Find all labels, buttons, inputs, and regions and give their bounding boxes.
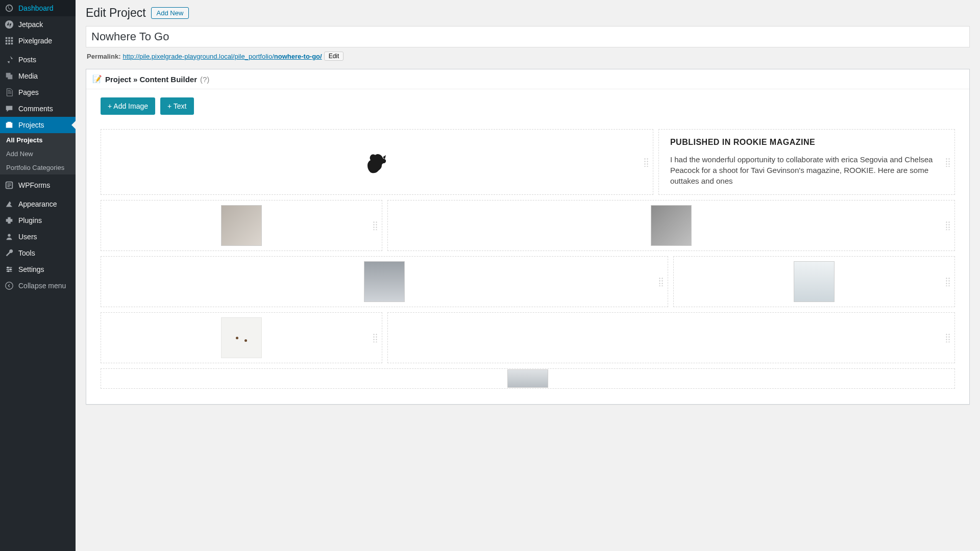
sidebar-submenu-projects: All Projects Add New Portfolio Categorie… [0, 133, 76, 174]
drag-handle-icon[interactable] [644, 158, 649, 167]
add-new-button[interactable]: Add New [151, 7, 189, 19]
drag-handle-icon[interactable] [945, 158, 950, 167]
content-builder-help[interactable]: (?) [200, 75, 209, 84]
svg-rect-1 [6, 37, 8, 39]
svg-point-13 [10, 268, 12, 270]
thumbnail-image [221, 317, 262, 358]
sidebar-item-tools[interactable]: Tools [0, 245, 76, 261]
forms-icon [4, 180, 14, 190]
sidebar-item-comments[interactable]: Comments [0, 101, 76, 117]
post-title-input[interactable] [86, 26, 970, 47]
sidebar-item-label: Jetpack [18, 20, 43, 29]
sidebar-item-label: Posts [18, 56, 36, 64]
svg-point-12 [7, 267, 9, 269]
sidebar-item-pages[interactable]: Pages [0, 84, 76, 101]
sidebar-item-label: Users [18, 233, 37, 241]
edit-icon: 📝 [92, 74, 102, 84]
add-image-button[interactable]: + Add Image [101, 97, 155, 115]
sidebar-item-label: Projects [18, 121, 44, 129]
svg-rect-3 [11, 37, 13, 39]
drag-handle-icon[interactable] [945, 333, 950, 342]
thumbnail-lion-logo [356, 142, 397, 183]
sidebar-item-users[interactable]: Users [0, 229, 76, 245]
sidebar-item-label: Plugins [18, 216, 42, 224]
drag-handle-icon[interactable] [658, 277, 664, 286]
svg-point-15 [6, 282, 13, 289]
permalink-slug: nowhere-to-go/ [274, 53, 322, 60]
content-builder-header: 📝 Project » Content Builder (?) [86, 69, 969, 89]
page-header: Edit Project Add New [86, 6, 970, 20]
sidebar-item-label: Appearance [18, 200, 57, 208]
drag-handle-icon[interactable] [945, 277, 950, 286]
svg-rect-8 [8, 43, 10, 45]
sidebar-item-label: Pixelgrade [18, 37, 52, 45]
sidebar-item-label: Settings [18, 265, 44, 273]
main-content: Edit Project Add New Permalink: http://p… [76, 0, 980, 551]
thumbnail-image [651, 205, 692, 246]
appearance-icon [4, 199, 14, 209]
comments-icon [4, 104, 14, 114]
thumbnail-image [221, 205, 262, 246]
sidebar-item-jetpack[interactable]: Jetpack [0, 16, 76, 33]
builder-block-image[interactable] [101, 368, 955, 389]
svg-rect-7 [6, 43, 8, 45]
sidebar-item-settings[interactable]: Settings [0, 261, 76, 278]
sidebar-item-appearance[interactable]: Appearance [0, 196, 76, 212]
portfolio-icon [4, 120, 14, 130]
drag-handle-icon[interactable] [945, 221, 950, 230]
svg-point-0 [5, 20, 13, 29]
thumbnail-image [364, 261, 405, 302]
thumbnail-image [794, 261, 835, 302]
media-icon [4, 71, 14, 81]
thumbnail-image [507, 369, 548, 388]
svg-rect-4 [6, 40, 8, 42]
builder-block-text[interactable]: PUBLISHED IN ROOKIE MAGAZINE I had the w… [658, 129, 955, 195]
sidebar-collapse[interactable]: Collapse menu [0, 278, 76, 294]
sidebar-item-pixelgrade[interactable]: Pixelgrade [0, 33, 76, 49]
sidebar-collapse-label: Collapse menu [18, 282, 66, 290]
svg-point-11 [8, 234, 10, 237]
builder-block-image[interactable] [101, 256, 668, 307]
admin-sidebar: Dashboard Jetpack Pixelgrade Posts Media… [0, 0, 76, 551]
permalink-link[interactable]: http://pile.pixelgrade-playground.local/… [122, 53, 322, 60]
permalink-base: http://pile.pixelgrade-playground.local/… [122, 53, 274, 60]
sidebar-item-label: Pages [18, 88, 39, 96]
sidebar-item-wpforms[interactable]: WPForms [0, 177, 76, 193]
builder-block-image[interactable] [673, 256, 955, 307]
users-icon [4, 232, 14, 242]
content-builder-toolbar: + Add Image + Text [86, 89, 969, 120]
sidebar-item-label: Dashboard [18, 4, 54, 12]
builder-block-image[interactable] [387, 312, 955, 363]
drag-handle-icon[interactable] [373, 333, 378, 342]
svg-rect-2 [8, 37, 10, 39]
sidebar-item-dashboard[interactable]: Dashboard [0, 0, 76, 16]
edit-permalink-button[interactable]: Edit [324, 52, 344, 61]
sidebar-sub-portfolio-categories[interactable]: Portfolio Categories [0, 161, 76, 174]
settings-icon [4, 264, 14, 274]
jetpack-icon [4, 19, 14, 30]
dashboard-icon [4, 3, 14, 13]
collapse-icon [4, 281, 14, 291]
sidebar-item-plugins[interactable]: Plugins [0, 212, 76, 229]
content-builder-box: 📝 Project » Content Builder (?) + Add Im… [86, 69, 970, 405]
sidebar-item-posts[interactable]: Posts [0, 52, 76, 68]
plugins-icon [4, 215, 14, 226]
sidebar-sub-add-new[interactable]: Add New [0, 147, 76, 161]
sidebar-sub-all-projects[interactable]: All Projects [0, 133, 76, 147]
builder-block-image[interactable] [387, 200, 955, 251]
builder-block-image[interactable] [101, 200, 382, 251]
permalink-label: Permalink: [87, 53, 120, 60]
pin-icon [4, 55, 14, 65]
sidebar-item-media[interactable]: Media [0, 68, 76, 84]
text-block-heading: PUBLISHED IN ROOKIE MAGAZINE [670, 138, 943, 147]
svg-rect-9 [11, 43, 13, 45]
drag-handle-icon[interactable] [373, 221, 378, 230]
text-block-body: I had the wonderful opportunity to colla… [670, 154, 943, 186]
add-text-button[interactable]: + Text [160, 97, 194, 115]
builder-block-image[interactable] [101, 129, 653, 195]
pixelgrade-icon [4, 36, 14, 46]
builder-block-image[interactable] [101, 312, 382, 363]
content-builder-canvas: PUBLISHED IN ROOKIE MAGAZINE I had the w… [86, 120, 969, 404]
sidebar-item-projects[interactable]: Projects [0, 117, 76, 133]
svg-rect-5 [8, 40, 10, 42]
